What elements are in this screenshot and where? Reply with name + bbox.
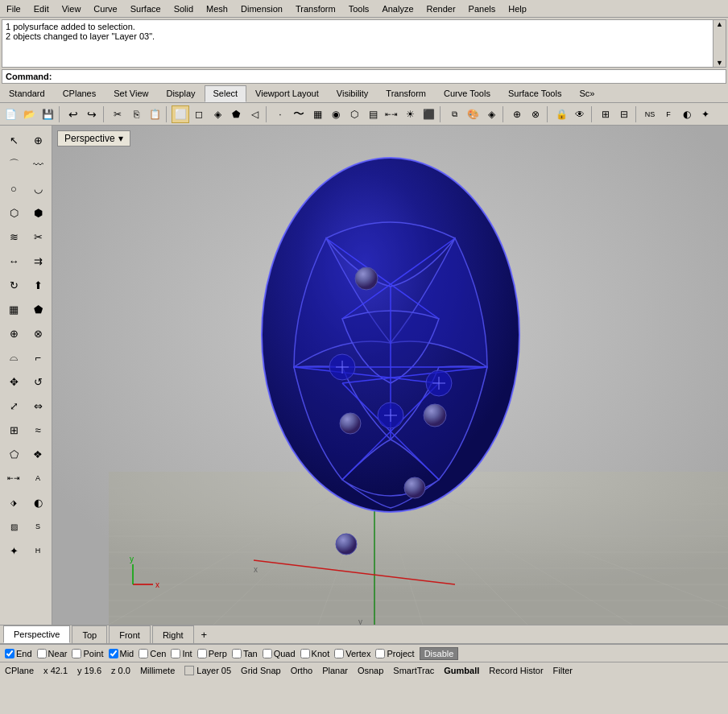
tb-layer[interactable]: ⧉ xyxy=(445,105,463,123)
tb-surface[interactable]: ▦ xyxy=(308,105,326,123)
status-record-hist[interactable]: Record Histor xyxy=(489,666,543,675)
tab-curve-tools[interactable]: Curve Tools xyxy=(435,85,499,102)
tb-hatch[interactable]: ▤ xyxy=(364,105,382,123)
menu-help[interactable]: Help xyxy=(502,2,533,15)
sidebar-revolve[interactable]: ↻ xyxy=(2,274,25,296)
sidebar-extend[interactable]: ↔ xyxy=(2,250,25,272)
snap-end-checkbox[interactable] xyxy=(5,649,14,658)
menu-mesh[interactable]: Mesh xyxy=(200,2,234,15)
tb-select-all[interactable]: ⬜ xyxy=(172,105,189,123)
tb-invert[interactable]: ⬟ xyxy=(227,105,245,123)
tb-block[interactable]: ⬛ xyxy=(420,105,437,123)
tb-color-picker[interactable]: 🎨 xyxy=(464,105,482,123)
menu-panels[interactable]: Panels xyxy=(462,2,503,15)
viewport-tab-perspective[interactable]: Perspective xyxy=(3,625,70,643)
viewport-tab-right[interactable]: Right xyxy=(152,625,194,643)
snap-mid-checkbox[interactable] xyxy=(109,649,118,658)
snap-perp-checkbox[interactable] xyxy=(197,649,207,658)
sidebar-analyze[interactable]: ⬗ xyxy=(2,491,25,514)
tb-toggle-pts[interactable]: ⊕ xyxy=(508,105,526,123)
tb-undo[interactable]: ↩ xyxy=(64,105,82,123)
snap-project-checkbox[interactable] xyxy=(375,649,385,658)
tb-prev-sel[interactable]: ◁ xyxy=(246,105,263,123)
snap-vertex-checkbox[interactable] xyxy=(334,649,344,658)
tb-select-crossing[interactable]: ◈ xyxy=(209,105,226,123)
sidebar-cageedit[interactable]: ⬠ xyxy=(2,443,25,465)
sidebar-extrude[interactable]: ⬆ xyxy=(27,274,49,296)
scene[interactable]: y x xyxy=(52,126,728,625)
sidebar-arc[interactable]: ◡ xyxy=(27,177,49,200)
menu-transform[interactable]: Transform xyxy=(289,2,342,15)
viewport-tab-top[interactable]: Top xyxy=(72,625,107,643)
viewport-perspective-button[interactable]: Perspective ▾ xyxy=(57,130,130,147)
tb-new[interactable]: 📄 xyxy=(2,105,19,123)
snap-point-checkbox[interactable] xyxy=(72,649,81,658)
sidebar-boolean1[interactable]: ⊕ xyxy=(2,322,25,345)
menu-curve[interactable]: Curve xyxy=(87,2,123,15)
menu-analyze[interactable]: Analyze xyxy=(375,2,420,15)
tb-hide[interactable]: 👁 xyxy=(571,105,589,123)
tb-mesh[interactable]: ⬡ xyxy=(345,105,363,123)
status-smart-track[interactable]: SmartTrac xyxy=(393,666,434,675)
sidebar-flow[interactable]: ≈ xyxy=(27,419,49,441)
menu-render[interactable]: Render xyxy=(420,2,462,15)
status-osnap[interactable]: Osnap xyxy=(358,666,383,675)
tb-copy[interactable]: ⎘ xyxy=(127,105,145,123)
tab-viewport-layout[interactable]: Viewport Layout xyxy=(246,85,328,102)
sidebar-grab[interactable]: ✦ xyxy=(2,539,25,562)
tab-select[interactable]: Select xyxy=(205,85,247,102)
snap-quad-checkbox[interactable] xyxy=(263,649,272,658)
sidebar-array[interactable]: ⊞ xyxy=(2,419,25,441)
tb-cut[interactable]: ✂ xyxy=(109,105,126,123)
sidebar-move[interactable]: ✥ xyxy=(2,370,25,393)
menu-surface[interactable]: Surface xyxy=(124,2,168,15)
tb-named-sel[interactable]: NS xyxy=(641,105,659,123)
sidebar-offset[interactable]: ⇉ xyxy=(27,250,49,272)
sidebar-mirror[interactable]: ⇔ xyxy=(27,394,49,417)
snap-near-checkbox[interactable] xyxy=(37,649,47,658)
tb-filt[interactable]: F xyxy=(660,105,677,123)
menu-tools[interactable]: Tools xyxy=(342,2,376,15)
tb-material[interactable]: ◈ xyxy=(482,105,500,123)
sidebar-render-tools[interactable]: ◐ xyxy=(27,491,49,514)
tab-more[interactable]: Sc» xyxy=(570,85,603,102)
menu-solid[interactable]: Solid xyxy=(168,2,200,15)
menu-dimension[interactable]: Dimension xyxy=(234,2,289,15)
sidebar-apply-mesh[interactable]: ▨ xyxy=(2,515,25,538)
tb-point[interactable]: · xyxy=(271,105,289,123)
sidebar-sweep[interactable]: ⬟ xyxy=(27,298,49,320)
sidebar-curve2[interactable]: 〰 xyxy=(27,153,49,175)
command-input[interactable] xyxy=(55,72,722,81)
tb-save[interactable]: 💾 xyxy=(39,105,56,123)
status-filter[interactable]: Filter xyxy=(553,666,573,675)
snap-disable-button[interactable]: Disable xyxy=(420,647,459,660)
sidebar-trim[interactable]: ✂ xyxy=(27,225,49,248)
tb-group[interactable]: ⊞ xyxy=(597,105,614,123)
scroll-up-icon[interactable]: ▲ xyxy=(716,20,723,28)
snap-int-checkbox[interactable] xyxy=(171,649,180,658)
tb-solid[interactable]: ◉ xyxy=(327,105,345,123)
tb-curve[interactable]: 〜 xyxy=(290,105,308,123)
tb-dim[interactable]: ⇤⇥ xyxy=(383,105,400,123)
sidebar-softedit[interactable]: ❖ xyxy=(27,443,49,465)
sidebar-scale[interactable]: ⤢ xyxy=(2,394,25,417)
tab-display[interactable]: Display xyxy=(157,85,204,102)
viewport-tab-add[interactable]: + xyxy=(196,625,213,643)
tb-toggle-cp[interactable]: ⊗ xyxy=(527,105,544,123)
menu-edit[interactable]: Edit xyxy=(27,2,56,15)
sidebar-text[interactable]: A xyxy=(27,467,49,489)
viewport-container[interactable]: Perspective ▾ xyxy=(52,126,728,625)
viewport-tab-front[interactable]: Front xyxy=(109,625,151,643)
tb-render[interactable]: ◐ xyxy=(678,105,696,123)
snap-cen-checkbox[interactable] xyxy=(139,649,148,658)
sidebar-rotate[interactable]: ↺ xyxy=(27,370,49,393)
status-planar[interactable]: Planar xyxy=(322,666,348,675)
sidebar-freeform[interactable]: ≋ xyxy=(2,225,25,248)
snap-tan-checkbox[interactable] xyxy=(232,649,242,658)
tb-redo[interactable]: ↪ xyxy=(83,105,101,123)
sidebar-loft[interactable]: ▦ xyxy=(2,298,25,320)
tab-surface-tools[interactable]: Surface Tools xyxy=(499,85,570,102)
sidebar-poly2[interactable]: ⬢ xyxy=(27,201,49,224)
output-scrollbar[interactable]: ▲ ▼ xyxy=(713,20,726,67)
menu-file[interactable]: File xyxy=(0,2,27,15)
